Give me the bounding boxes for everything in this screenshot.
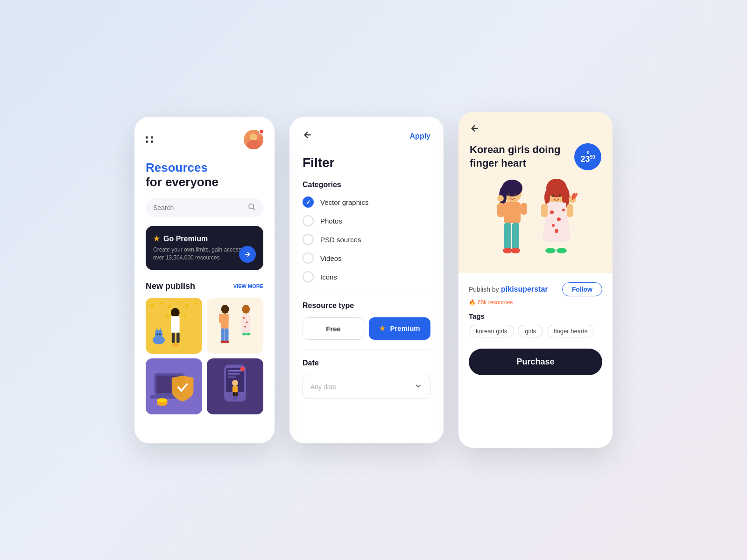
- product-title-row: Korean girls doing finger heart $ 2399: [470, 143, 601, 170]
- premium-toggle-button[interactable]: ★ Premium: [369, 317, 430, 340]
- premium-arrow-button[interactable]: [239, 246, 256, 263]
- svg-point-83: [562, 209, 565, 211]
- svg-point-0: [250, 133, 257, 141]
- svg-rect-52: [228, 370, 243, 371]
- date-section: Date Any date: [303, 359, 430, 399]
- premium-star-icon: ★: [379, 324, 385, 332]
- tag-girls[interactable]: girls: [518, 325, 543, 337]
- premium-title: ★ Go Premium: [153, 234, 256, 243]
- svg-point-2: [249, 204, 254, 209]
- svg-rect-56: [233, 386, 238, 392]
- checkbox-videos[interactable]: [303, 252, 314, 264]
- resources-count: 🔥 65k resources: [469, 299, 602, 306]
- svg-rect-57: [233, 392, 235, 396]
- svg-rect-36: [241, 314, 250, 333]
- checkbox-vector-graphics[interactable]: [303, 196, 314, 208]
- svg-point-75: [514, 194, 517, 196]
- svg-point-74: [508, 194, 510, 196]
- apply-button[interactable]: Apply: [410, 132, 430, 140]
- filter-option-icons[interactable]: Icons: [303, 271, 430, 282]
- price-cents: 99: [590, 154, 595, 160]
- svg-point-24: [156, 333, 158, 335]
- purchase-button[interactable]: Purchase: [469, 349, 602, 375]
- page-title: Resources for everyone: [146, 161, 263, 189]
- product-title: Korean girls doing finger heart: [470, 143, 563, 170]
- image-card-1[interactable]: [146, 298, 202, 354]
- tag-finger-hearts[interactable]: finger hearts: [547, 325, 594, 337]
- option-label-psd: PSD sources: [320, 236, 361, 244]
- image-card-2[interactable]: [207, 298, 263, 354]
- svg-line-3: [253, 208, 255, 210]
- screen-product-detail: Korean girls doing finger heart $ 2399: [458, 112, 613, 448]
- svg-rect-17: [172, 332, 175, 343]
- product-illustration: [470, 170, 601, 273]
- svg-rect-70: [504, 223, 511, 250]
- title-blue: Resources: [146, 161, 263, 175]
- svg-rect-30: [225, 314, 228, 323]
- svg-point-14: [183, 314, 186, 316]
- back-button[interactable]: [470, 123, 601, 136]
- svg-rect-34: [225, 340, 229, 343]
- resource-type-section: Resource type Free ★ Premium: [303, 301, 430, 340]
- price-amount: 2399: [580, 155, 595, 163]
- image-card-3[interactable]: [146, 358, 202, 414]
- svg-point-82: [552, 224, 555, 227]
- svg-point-60: [233, 396, 237, 400]
- new-publish-title: New publish: [146, 281, 195, 291]
- checkbox-photos[interactable]: [303, 215, 314, 226]
- svg-point-48: [157, 398, 167, 402]
- title-black: for everyone: [146, 175, 263, 189]
- publisher-row: Publish by pikisuperstar Follow: [469, 282, 602, 296]
- image-card-4[interactable]: [207, 358, 263, 414]
- tag-korean-girls[interactable]: korean girls: [469, 325, 514, 337]
- checkbox-icons[interactable]: [303, 271, 314, 282]
- option-label-videos: Videos: [320, 254, 342, 262]
- view-more-button[interactable]: VIEW MORE: [233, 283, 263, 289]
- svg-rect-16: [171, 316, 180, 332]
- filter-option-vector-graphics[interactable]: Vector graphics: [303, 196, 430, 208]
- categories-section: Categories Vector graphics Photos PSD so…: [303, 181, 430, 282]
- date-title: Date: [303, 359, 430, 367]
- categories-title: Categories: [303, 181, 430, 189]
- image-grid: [146, 298, 263, 414]
- divider-1: [303, 292, 430, 292]
- svg-rect-68: [521, 203, 527, 215]
- svg-rect-86: [567, 204, 573, 217]
- premium-label: Premium: [390, 324, 420, 332]
- premium-title-text: Go Premium: [163, 235, 208, 243]
- svg-point-8: [168, 305, 171, 308]
- svg-point-38: [246, 321, 248, 323]
- svg-point-9: [177, 301, 180, 303]
- back-button[interactable]: [303, 130, 313, 142]
- svg-point-19: [172, 343, 179, 346]
- tags-list: korean girls girls finger hearts: [469, 325, 602, 337]
- filter-header: Apply: [303, 130, 430, 142]
- search-bar[interactable]: [146, 198, 263, 217]
- option-label-icons: Icons: [320, 273, 337, 281]
- option-label-vector-graphics: Vector graphics: [320, 198, 368, 206]
- menu-icon[interactable]: [146, 136, 154, 143]
- svg-rect-66: [504, 202, 521, 223]
- svg-point-37: [243, 317, 245, 319]
- date-dropdown[interactable]: Any date: [303, 375, 430, 399]
- filter-option-photos[interactable]: Photos: [303, 215, 430, 226]
- resource-type-toggle: Free ★ Premium: [303, 317, 430, 340]
- svg-rect-54: [228, 376, 237, 378]
- fire-icon: 🔥: [469, 299, 476, 306]
- svg-rect-41: [247, 332, 250, 335]
- publisher-name[interactable]: pikisuperstar: [501, 285, 548, 293]
- filter-option-psd[interactable]: PSD sources: [303, 234, 430, 245]
- svg-point-55: [232, 380, 238, 386]
- search-input[interactable]: [153, 204, 247, 211]
- checkbox-psd[interactable]: [303, 234, 314, 245]
- svg-point-73: [511, 248, 520, 253]
- tags-section: Tags korean girls girls finger hearts: [469, 312, 602, 337]
- svg-point-88: [545, 248, 556, 253]
- resource-type-title: Resource type: [303, 301, 430, 310]
- svg-point-59: [240, 367, 245, 371]
- follow-button[interactable]: Follow: [562, 282, 602, 296]
- svg-rect-33: [221, 340, 225, 343]
- filter-option-videos[interactable]: Videos: [303, 252, 430, 264]
- free-toggle-button[interactable]: Free: [303, 317, 364, 340]
- price-main: 23: [580, 154, 590, 164]
